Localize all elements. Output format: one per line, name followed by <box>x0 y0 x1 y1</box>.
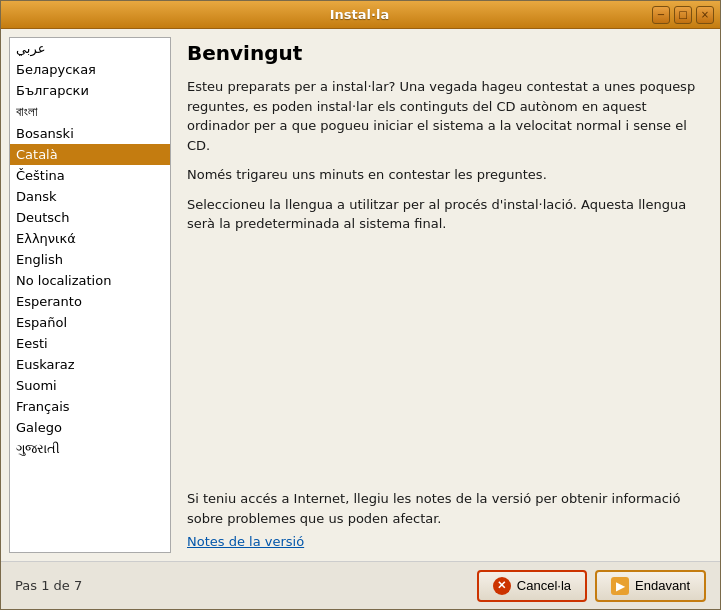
language-list-item[interactable]: Esperanto <box>10 291 170 312</box>
language-list-item[interactable]: Беларуская <box>10 59 170 80</box>
maximize-button[interactable]: □ <box>674 6 692 24</box>
cancel-label: Cancel·la <box>517 578 571 593</box>
language-list-item[interactable]: ગુજરાતી <box>10 438 170 460</box>
forward-button[interactable]: ▶ Endavant <box>595 570 706 602</box>
language-list-item[interactable]: Euskaraz <box>10 354 170 375</box>
footer-buttons: ✕ Cancel·la ▶ Endavant <box>477 570 706 602</box>
language-list-item[interactable]: Suomi <box>10 375 170 396</box>
main-panel: Benvingut Esteu preparats per a instal·l… <box>179 37 712 553</box>
release-notes-link[interactable]: Notes de la versió <box>187 534 704 549</box>
welcome-paragraph-1: Esteu preparats per a instal·lar? Una ve… <box>187 77 704 155</box>
language-list-item[interactable]: Français <box>10 396 170 417</box>
titlebar-buttons: − □ × <box>652 6 714 24</box>
cancel-icon: ✕ <box>493 577 511 595</box>
language-list-item[interactable]: Galego <box>10 417 170 438</box>
step-indicator: Pas 1 de 7 <box>15 578 82 593</box>
main-window: Instal·la − □ × عربيБеларускаяБългарскиব… <box>0 0 721 610</box>
close-button[interactable]: × <box>696 6 714 24</box>
language-list-item[interactable]: English <box>10 249 170 270</box>
window-title: Instal·la <box>67 7 652 22</box>
language-list-item[interactable]: No localization <box>10 270 170 291</box>
minimize-button[interactable]: − <box>652 6 670 24</box>
forward-icon: ▶ <box>611 577 629 595</box>
welcome-paragraph-3: Seleccioneu la llengua a utilitzar per a… <box>187 195 704 234</box>
internet-notice: Si teniu accés a Internet, llegiu les no… <box>187 489 704 528</box>
language-list-item[interactable]: Eesti <box>10 333 170 354</box>
language-list-item[interactable]: Català <box>10 144 170 165</box>
welcome-paragraph-2: Només trigareu uns minuts en contestar l… <box>187 165 704 185</box>
language-list-item[interactable]: Čeština <box>10 165 170 186</box>
language-list-item[interactable]: Español <box>10 312 170 333</box>
language-list-item[interactable]: Dansk <box>10 186 170 207</box>
language-list[interactable]: عربيБеларускаяБългарскиবাংলাBosanskiCata… <box>10 38 170 552</box>
footer: Pas 1 de 7 ✕ Cancel·la ▶ Endavant <box>1 561 720 609</box>
language-list-item[interactable]: Ελληνικά <box>10 228 170 249</box>
language-list-item[interactable]: Deutsch <box>10 207 170 228</box>
cancel-button[interactable]: ✕ Cancel·la <box>477 570 587 602</box>
titlebar: Instal·la − □ × <box>1 1 720 29</box>
forward-label: Endavant <box>635 578 690 593</box>
language-list-item[interactable]: عربي <box>10 38 170 59</box>
content-area: عربيБеларускаяБългарскиবাংলাBosanskiCata… <box>1 29 720 561</box>
language-panel: عربيБеларускаяБългарскиবাংলাBosanskiCata… <box>9 37 171 553</box>
language-list-item[interactable]: Български <box>10 80 170 101</box>
language-list-item[interactable]: Bosanski <box>10 123 170 144</box>
welcome-title: Benvingut <box>187 41 704 65</box>
language-list-item[interactable]: বাংলা <box>10 101 170 123</box>
